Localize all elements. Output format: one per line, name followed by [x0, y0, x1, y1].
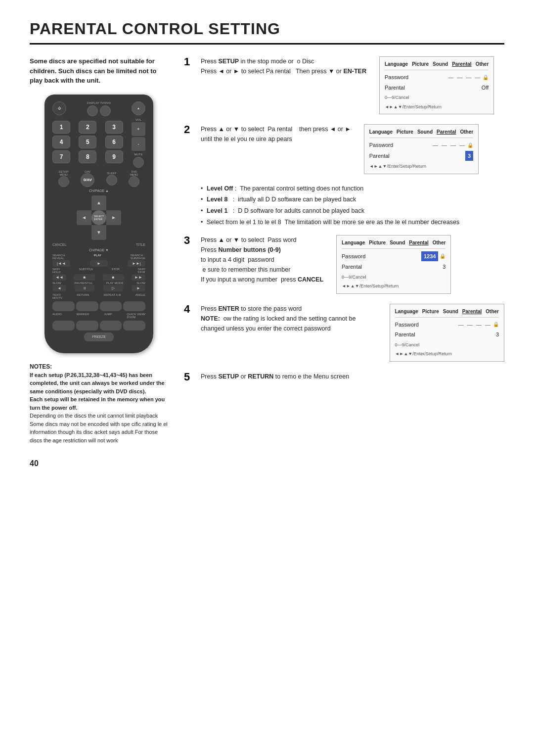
- step4-panel-tab-other: Other: [486, 307, 499, 316]
- quickzoom-button[interactable]: [123, 321, 145, 331]
- step4-panel-tab-picture: Picture: [422, 307, 439, 316]
- slow-btn[interactable]: ◄: [52, 285, 66, 291]
- step4-panel-password-label: Password: [395, 320, 419, 330]
- repeat-ab-button[interactable]: [100, 301, 122, 311]
- tv-dvd-button[interactable]: [100, 105, 111, 116]
- panel-tab-other: Other: [476, 60, 489, 68]
- panel-nav-hint1: 0—9/Cancel: [385, 94, 489, 101]
- step-2-panel: Language Picture Sound Parental Other Pa…: [364, 124, 479, 174]
- step3-panel-tab-other: Other: [433, 238, 446, 247]
- sleep-button[interactable]: [106, 175, 117, 186]
- step4-panel-nav-hint1: 0—9/Cancel: [395, 341, 499, 349]
- step-5-number: 5: [184, 372, 196, 382]
- step-3-number: 3: [184, 235, 196, 246]
- step2-panel-tab-sound: Sound: [417, 128, 433, 136]
- num2-button[interactable]: 2: [79, 121, 96, 134]
- dvd-menu-button[interactable]: [129, 176, 139, 187]
- bullet-level-off: Level Off : The parental control setting…: [201, 184, 504, 193]
- panel-password-label: Password: [385, 73, 408, 82]
- panel-parental-value: Off: [482, 83, 489, 93]
- num8-button[interactable]: 8: [79, 150, 96, 163]
- page-number: 40: [30, 459, 504, 468]
- step4-panel-parental-value: 3: [496, 330, 499, 339]
- skip-hold-button[interactable]: ◄◄: [52, 274, 66, 281]
- num1-button[interactable]: 1: [52, 121, 70, 134]
- step-5-text: Press SETUP or RETURN to remo e the Menu…: [201, 372, 504, 381]
- bullet-select: Select from le el 1 to le el 8 The limit…: [201, 218, 504, 227]
- eject-button[interactable]: ▲: [132, 101, 145, 115]
- dpad-left-button[interactable]: ◄: [77, 210, 91, 225]
- title-label: TITLE: [136, 243, 145, 246]
- skip-back-button[interactable]: |◄◄: [52, 260, 70, 267]
- step-2: 2 Press ▲ or ▼ to select Pa rental then …: [184, 124, 504, 174]
- step3-panel-tab-sound: Sound: [390, 238, 405, 247]
- pause-button[interactable]: II: [75, 285, 94, 291]
- setup-menu-button[interactable]: [58, 176, 69, 187]
- notes-title: NOTES:: [30, 362, 168, 371]
- dpad-select-button[interactable]: SELECTENTER: [91, 210, 106, 225]
- dpad: ▲ ◄ SELECTENTER ► ▼: [77, 195, 121, 240]
- slow2-btn[interactable]: ►: [132, 285, 145, 291]
- display-button[interactable]: [87, 105, 98, 116]
- panel-nav-hint2: ◄►▲▼/Enter/Setup/Return: [385, 103, 489, 111]
- step-3-panel: Language Picture Sound Parental Other Pa…: [336, 235, 451, 294]
- angle-button[interactable]: [123, 301, 145, 311]
- play-button[interactable]: ►: [90, 260, 108, 267]
- dpad-right-button[interactable]: ►: [106, 210, 121, 225]
- step2-panel-nav-hint2: ◄►▲▼/Enter/Setup/Return: [369, 163, 473, 170]
- marker-button[interactable]: [76, 321, 98, 331]
- num9-button[interactable]: 9: [105, 150, 123, 163]
- step4-panel-parental-label: Parental: [395, 330, 415, 339]
- num5-button[interactable]: 5: [79, 136, 96, 148]
- dpad-down-button[interactable]: ▼: [91, 225, 106, 240]
- step4-panel-tab-sound: Sound: [443, 307, 458, 316]
- step2-panel-tab-picture: Picture: [397, 128, 413, 136]
- ff-button[interactable]: ►►: [132, 274, 145, 281]
- num6-button[interactable]: 6: [105, 136, 123, 148]
- mute-button[interactable]: [133, 157, 144, 168]
- subtitle-button[interactable]: ■: [74, 274, 95, 281]
- cancel-label: CANCEL: [52, 243, 66, 246]
- step4-panel-password-value: — — — — 🔒: [458, 320, 499, 330]
- step-5: 5 Press SETUP or RETURN to remo e the Me…: [184, 372, 504, 382]
- step3-panel-parental-label: Parental: [342, 262, 362, 272]
- notes-item-2: Each setup will be retained in the memor…: [30, 395, 168, 412]
- text-mix-button[interactable]: [52, 301, 75, 311]
- jump-button[interactable]: [100, 321, 122, 331]
- step-1-text: Press SETUP in the stop mode or o Disc P…: [201, 56, 366, 76]
- step-1-number: 1: [184, 56, 196, 67]
- page-title: PARENTAL CONTROL SETTING: [30, 20, 504, 45]
- panel-tab-language: Language: [385, 60, 408, 68]
- skip-fwd-button[interactable]: ►►|: [128, 260, 145, 267]
- panel-tab-picture: Picture: [412, 60, 429, 68]
- step-3-text: Press ▲ or ▼ to select Pass word Press N…: [201, 235, 323, 284]
- step3-panel-tab-language: Language: [342, 238, 365, 247]
- step-4-text: Press ENTER to store the pass word NOTE:…: [201, 304, 377, 333]
- bullet-section: Level Off : The parental control setting…: [201, 184, 504, 227]
- step2-panel-password-label: Password: [369, 141, 393, 150]
- step-2-text: Press ▲ or ▼ to select Pa rental then pr…: [201, 124, 351, 144]
- freeze-button[interactable]: FREEZE: [84, 332, 114, 341]
- vol-down-button[interactable]: -: [132, 137, 145, 151]
- power-button[interactable]: ⏻: [52, 101, 66, 115]
- audio-button[interactable]: [52, 321, 75, 331]
- vol-up-button[interactable]: +: [132, 122, 145, 136]
- step4-panel-nav-hint2: ◄►▲▼/Enter/Setup/Return: [395, 350, 499, 358]
- bullet-level-1: Level 1 : D D software for adults cannot…: [201, 206, 504, 216]
- stop-button[interactable]: ■: [103, 274, 124, 281]
- play-mode-button[interactable]: ▷: [103, 285, 123, 291]
- step3-panel-parental-value: 3: [443, 262, 445, 272]
- num7-button[interactable]: 7: [52, 150, 70, 163]
- remote-control: ⏻ DISPLAY TV/DVD ▲ 1 2 3: [44, 94, 153, 353]
- return-button[interactable]: [76, 301, 98, 311]
- num4-button[interactable]: 4: [52, 136, 70, 148]
- step3-panel-password-label: Password: [342, 252, 365, 261]
- step4-panel-tab-language: Language: [395, 307, 418, 316]
- oav-button[interactable]: 0/AV: [81, 173, 94, 187]
- panel-password-value: — — — — 🔒: [448, 73, 489, 82]
- panel-tab-sound: Sound: [433, 60, 448, 68]
- dpad-up-button[interactable]: ▲: [91, 195, 106, 210]
- step2-panel-tab-language: Language: [369, 128, 393, 136]
- step-4-panel: Language Picture Sound Parental Other Pa…: [390, 304, 504, 362]
- num3-button[interactable]: 3: [105, 121, 123, 134]
